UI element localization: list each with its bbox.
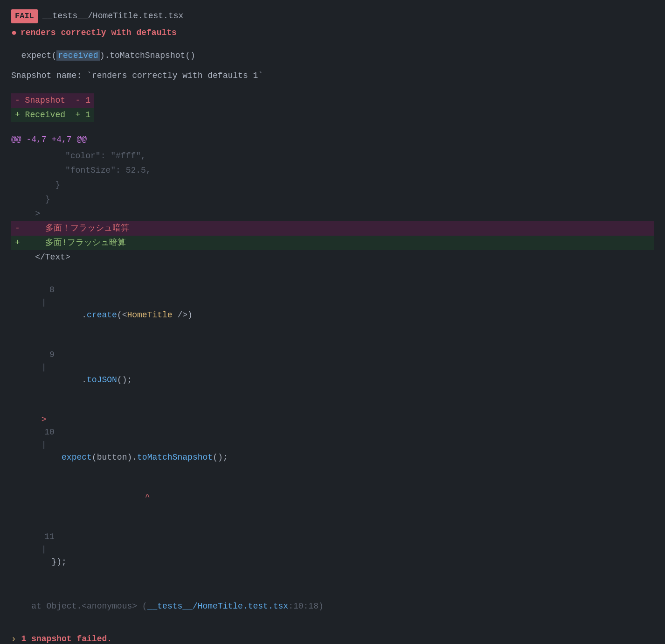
- test-name: renders correctly with defaults: [21, 27, 177, 39]
- pipe-10: |: [42, 440, 47, 449]
- code-10-text: expect(button).toMatchSnapshot();: [42, 453, 228, 462]
- caret: ^: [42, 491, 150, 503]
- code-line-8: 8 | .create(<HomeTitle />): [11, 270, 654, 335]
- pipe-11: |: [42, 545, 47, 554]
- diff-plus-label: + Received + 1: [11, 108, 94, 122]
- at-suffix: :10:18): [288, 602, 324, 611]
- jp-diff-block: - 多面！フラッシュ暗算 + 多面!フラッシュ暗算: [11, 221, 654, 250]
- code-line-9: 9 | .toJSON();: [11, 335, 654, 400]
- received-highlight: received: [56, 50, 99, 61]
- context-line-5: >: [11, 207, 654, 221]
- pipe-8: |: [42, 298, 47, 307]
- hunk-header: @@ -4,7 +4,7 @@: [11, 133, 654, 146]
- close-tag-line: </Text>: [11, 250, 654, 265]
- line-num-10: 10: [42, 426, 55, 439]
- fail-badge: FAIL: [11, 9, 38, 23]
- context-line-3: }: [11, 178, 654, 192]
- line-num-11: 11: [42, 531, 55, 543]
- diff-labels: - Snapshot - 1 + Received + 1: [11, 93, 94, 122]
- arrow-10: >: [42, 415, 47, 424]
- code-line-10: > 10 | expect(button).toMatchSnapshot();: [11, 400, 654, 477]
- expect-prefix: expect(: [21, 51, 57, 60]
- code-9-text: .toJSON();: [42, 375, 132, 385]
- line-num-9: 9: [42, 349, 55, 361]
- at-file: __tests__/HomeTitle.test.tsx: [147, 602, 288, 611]
- snapshot-failed-text: 1 snapshot failed.: [21, 634, 112, 644]
- code-8-text: .create(<HomeTitle />): [42, 310, 193, 320]
- pipe-9: |: [42, 363, 47, 372]
- context-line-1: "color": "#fff",: [11, 149, 654, 163]
- fail-header: FAIL __tests__/HomeTitle.test.tsx: [11, 9, 654, 23]
- expect-suffix: ).toMatchSnapshot(): [100, 51, 195, 60]
- expect-line: expect(received).toMatchSnapshot(): [11, 50, 195, 61]
- code-11-text: });: [42, 557, 67, 567]
- arrow-icon: ›: [11, 634, 21, 644]
- at-prefix: at Object.<anonymous> (: [31, 602, 147, 611]
- diff-minus-label: - Snapshot - 1: [11, 93, 94, 108]
- context-line-4: }: [11, 192, 654, 207]
- code-block: 8 | .create(<HomeTitle />) 9 | .toJSON()…: [11, 270, 654, 582]
- code-line-caret: ^: [11, 477, 654, 517]
- expect-section: expect(received).toMatchSnapshot(): [11, 49, 654, 62]
- snapshot-name: Snapshot name: `renders correctly with d…: [11, 70, 654, 82]
- diff-plus-jp: + 多面!フラッシュ暗算: [11, 236, 654, 250]
- fail-dot-icon: ●: [11, 26, 17, 40]
- terminal-output: FAIL __tests__/HomeTitle.test.tsx ● rend…: [11, 9, 654, 644]
- at-line: at Object.<anonymous> (__tests__/HomeTit…: [11, 588, 654, 625]
- test-name-line: ● renders correctly with defaults: [11, 26, 654, 40]
- fail-file-path: __tests__/HomeTitle.test.tsx: [42, 10, 183, 22]
- context-line-2: "fontSize": 52.5,: [11, 163, 654, 178]
- code-line-11: 11 | });: [11, 517, 654, 582]
- diff-minus-jp: - 多面！フラッシュ暗算: [11, 221, 654, 236]
- snapshot-failed-section: › 1 snapshot failed.: [11, 633, 654, 644]
- line-num-8: 8: [42, 284, 55, 296]
